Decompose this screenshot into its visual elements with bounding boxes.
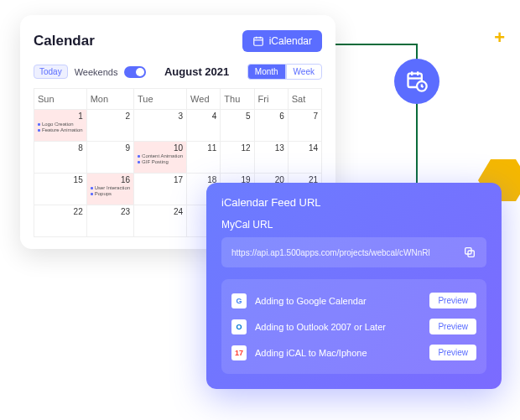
- calendar-cell[interactable]: 16User InteractionPopups: [87, 174, 134, 205]
- calendar-badge: [394, 59, 439, 104]
- calendar-cell[interactable]: 8: [34, 142, 87, 174]
- calendar-event[interactable]: Popups: [91, 191, 130, 196]
- g-icon: G: [231, 293, 247, 309]
- calendar-event[interactable]: Feature Animation: [38, 127, 83, 132]
- calendar-event[interactable]: User Interaction: [91, 185, 130, 190]
- calendar-cell[interactable]: 5: [221, 110, 254, 142]
- day-header: Sat: [289, 89, 322, 110]
- integration-label: Adding iCAL to Mac/Iphone: [255, 348, 367, 358]
- day-header: Sun: [34, 89, 87, 110]
- integration-row: 17Adding iCAL to Mac/IphonePreview: [231, 340, 476, 366]
- today-button[interactable]: Today: [34, 65, 68, 79]
- calendar-cell[interactable]: 12: [221, 142, 254, 174]
- preview-button[interactable]: Preview: [429, 319, 476, 334]
- month-year-label: August 2021: [164, 65, 229, 78]
- calendar-cell[interactable]: 15: [34, 174, 87, 205]
- day-number: 1: [38, 111, 83, 121]
- calendar-cell[interactable]: 6: [255, 110, 289, 142]
- calendar-event[interactable]: Content Animation: [138, 153, 183, 158]
- day-number: 24: [138, 207, 183, 216]
- day-number: 7: [292, 111, 318, 121]
- day-number: 8: [38, 143, 83, 153]
- view-week-button[interactable]: Week: [286, 64, 322, 80]
- day-number: 2: [91, 111, 130, 121]
- day-number: 10: [138, 143, 183, 153]
- day-header: Tue: [134, 89, 187, 110]
- icalendar-button-label: iCalendar: [269, 35, 312, 47]
- calendar-cell[interactable]: 13: [255, 142, 289, 174]
- day-number: 23: [91, 207, 130, 216]
- day-number: 13: [258, 143, 284, 153]
- calendar-title: Calendar: [34, 33, 95, 49]
- day-number: 5: [224, 111, 250, 121]
- integration-list: GAdding to Google CalendarPreviewOAdding…: [221, 279, 486, 374]
- day-number: 14: [292, 143, 318, 153]
- o-icon: O: [231, 319, 247, 334]
- day-number: 16: [91, 175, 130, 184]
- day-number: 17: [138, 175, 183, 184]
- day-header: Fri: [255, 89, 289, 110]
- integration-label: Adding to Outlook 2007 or Later: [255, 322, 386, 332]
- icalendar-feed-card: iCalendar Feed URL MyCal URL https://api…: [206, 183, 502, 389]
- preview-button[interactable]: Preview: [429, 293, 476, 309]
- day-number: 11: [190, 143, 216, 153]
- calendar-cell[interactable]: 22: [34, 205, 87, 237]
- day-header: Wed: [187, 89, 221, 110]
- calendar-cell[interactable]: 4: [187, 110, 221, 142]
- weekends-label: Weekends: [75, 67, 118, 77]
- day-number: 12: [224, 143, 250, 153]
- integration-label: Adding to Google Calendar: [255, 296, 367, 306]
- calendar-cell[interactable]: 7: [289, 110, 322, 142]
- calendar-cell[interactable]: 24: [134, 205, 187, 237]
- svg-rect-5: [253, 38, 263, 45]
- calendar-cell[interactable]: 10Content AnimationGIF Posting: [134, 142, 187, 174]
- connector-line: [334, 44, 418, 45]
- calendar-cell[interactable]: 11: [187, 142, 221, 174]
- calendar-clock-icon: [405, 70, 429, 93]
- day-header: Thu: [221, 89, 254, 110]
- calendar-event[interactable]: GIF Posting: [138, 159, 183, 164]
- calendar-cell[interactable]: 9: [87, 142, 134, 174]
- calendar-cell[interactable]: 17: [134, 174, 187, 205]
- icalendar-button[interactable]: iCalendar: [242, 30, 322, 52]
- feed-url: https://api.ap1.500apps.com/projects/web…: [231, 248, 430, 257]
- calendar-cell[interactable]: 2: [87, 110, 134, 142]
- calendar-icon: [252, 35, 264, 47]
- feed-title: iCalendar Feed URL: [221, 196, 486, 209]
- day-header: Mon: [87, 89, 134, 110]
- preview-button[interactable]: Preview: [429, 345, 476, 360]
- integration-row: GAdding to Google CalendarPreview: [231, 288, 476, 314]
- calendar-cell[interactable]: 23: [87, 205, 134, 237]
- calendar-cell[interactable]: 14: [289, 142, 322, 174]
- day-number: 22: [38, 207, 83, 216]
- plus-decoration: +: [494, 27, 505, 49]
- weekends-toggle[interactable]: [124, 66, 146, 78]
- copy-icon[interactable]: [463, 246, 476, 259]
- day-number: 9: [91, 143, 130, 153]
- day-number: 6: [258, 111, 284, 121]
- a-icon: 17: [231, 345, 247, 360]
- calendar-event[interactable]: Logo Creation: [38, 122, 83, 127]
- view-month-button[interactable]: Month: [247, 64, 286, 80]
- url-box: https://api.ap1.500apps.com/projects/web…: [221, 237, 486, 267]
- day-number: 15: [38, 175, 83, 184]
- integration-row: OAdding to Outlook 2007 or LaterPreview: [231, 314, 476, 340]
- calendar-cell[interactable]: 3: [134, 110, 187, 142]
- day-number: 3: [138, 111, 183, 121]
- day-number: 4: [190, 111, 216, 121]
- calendar-cell[interactable]: 1Logo CreationFeature Animation: [34, 110, 87, 142]
- feed-subtitle: MyCal URL: [221, 219, 486, 231]
